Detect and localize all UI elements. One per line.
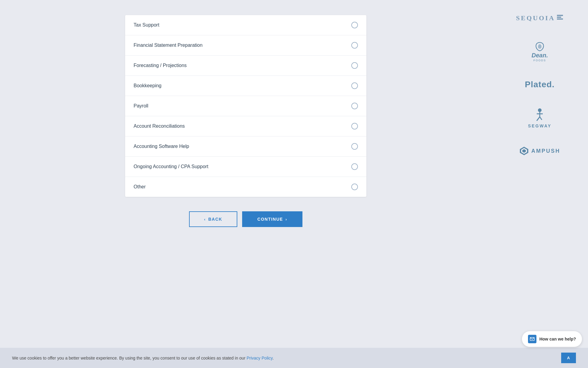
radio-payroll[interactable]: [351, 103, 358, 109]
back-chevron-icon: ‹: [204, 217, 206, 222]
continue-label: CONTINUE: [258, 217, 283, 222]
logo-plated: Plated.: [507, 72, 573, 97]
logo-sequoia: SEQUOIA: [507, 6, 573, 30]
option-row-other[interactable]: Other: [125, 177, 366, 197]
logo-segway: SEGWAY: [507, 106, 573, 130]
option-label-account-reconciliations: Account Reconciliations: [134, 123, 185, 129]
segway-icon: [532, 107, 547, 122]
radio-ongoing-accounting[interactable]: [351, 163, 358, 170]
svg-rect-1: [557, 17, 561, 18]
option-label-accounting-software-help: Accounting Software Help: [134, 144, 189, 149]
option-label-ongoing-accounting: Ongoing Accounting / CPA Support: [134, 164, 208, 169]
cookie-accept-button[interactable]: A: [561, 353, 576, 363]
dean-icon: [534, 41, 545, 52]
envelope-icon: [530, 337, 535, 341]
option-row-ongoing-accounting[interactable]: Ongoing Accounting / CPA Support: [125, 157, 366, 177]
back-button[interactable]: ‹ BACK: [189, 211, 237, 227]
svg-rect-2: [557, 18, 563, 20]
main-layout: Tax SupportFinancial Statement Preparati…: [0, 0, 588, 368]
radio-other[interactable]: [351, 184, 358, 190]
form-area: Tax SupportFinancial Statement Preparati…: [0, 0, 492, 368]
svg-point-3: [538, 108, 542, 112]
svg-rect-0: [557, 15, 563, 16]
option-row-tax-support[interactable]: Tax Support: [125, 15, 366, 35]
back-label: BACK: [208, 217, 222, 222]
sidebar: SEQUOIA Dean. FOODS Plated.: [492, 0, 588, 368]
option-label-tax-support: Tax Support: [134, 22, 159, 28]
button-row: ‹ BACK CONTINUE ›: [189, 211, 302, 227]
ampush-icon: [519, 146, 529, 156]
radio-tax-support[interactable]: [351, 22, 358, 28]
option-label-forecasting: Forecasting / Projections: [134, 63, 187, 68]
option-row-financial-statement[interactable]: Financial Statement Preparation: [125, 35, 366, 56]
option-label-other: Other: [134, 184, 146, 190]
option-label-bookkeeping: Bookkeeping: [134, 83, 162, 88]
privacy-policy-link[interactable]: Privacy Policy: [247, 356, 273, 360]
cookie-bar: We use cookies to offer you a better web…: [0, 348, 588, 368]
radio-financial-statement[interactable]: [351, 42, 358, 49]
option-label-financial-statement: Financial Statement Preparation: [134, 43, 203, 48]
svg-line-7: [540, 117, 542, 120]
chat-label: How can we help?: [539, 337, 576, 341]
radio-accounting-software-help[interactable]: [351, 143, 358, 150]
logo-dean-foods: Dean. FOODS: [507, 39, 573, 63]
sequoia-icon: [557, 15, 564, 21]
logo-ampush: AMPUSH: [507, 139, 573, 163]
option-row-forecasting[interactable]: Forecasting / Projections: [125, 56, 366, 76]
option-label-payroll: Payroll: [134, 103, 148, 109]
option-row-payroll[interactable]: Payroll: [125, 96, 366, 116]
chat-widget[interactable]: How can we help?: [522, 331, 582, 347]
radio-account-reconciliations[interactable]: [351, 123, 358, 130]
option-row-accounting-software-help[interactable]: Accounting Software Help: [125, 136, 366, 157]
chat-icon: [528, 335, 536, 343]
svg-line-6: [537, 117, 540, 121]
radio-bookkeeping[interactable]: [351, 82, 358, 89]
continue-chevron-icon: ›: [286, 217, 287, 222]
radio-forecasting[interactable]: [351, 62, 358, 69]
cookie-text: We use cookies to offer you a better web…: [12, 356, 555, 360]
continue-button[interactable]: CONTINUE ›: [242, 211, 302, 227]
option-row-account-reconciliations[interactable]: Account Reconciliations: [125, 116, 366, 136]
option-row-bookkeeping[interactable]: Bookkeeping: [125, 76, 366, 96]
options-card: Tax SupportFinancial Statement Preparati…: [125, 15, 366, 197]
